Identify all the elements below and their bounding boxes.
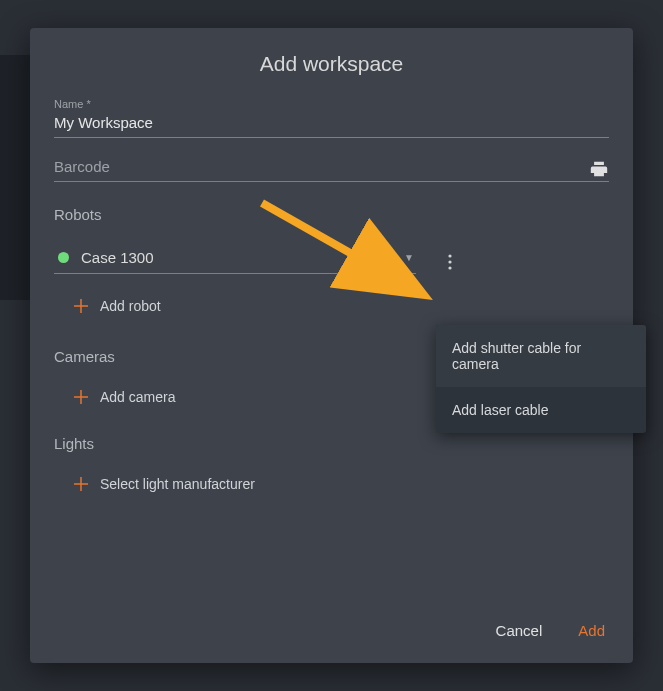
plus-icon [74, 477, 88, 491]
add-camera-label: Add camera [100, 389, 175, 405]
status-online-icon [58, 252, 69, 263]
svg-point-2 [448, 266, 451, 269]
cancel-button[interactable]: Cancel [492, 616, 547, 645]
plus-icon [74, 390, 88, 404]
dialog-actions: Cancel Add [492, 616, 609, 645]
chevron-down-icon: ▼ [404, 252, 414, 263]
background-band [0, 55, 30, 300]
select-light-label: Select light manufacturer [100, 476, 255, 492]
svg-point-0 [448, 254, 451, 257]
robot-selected-value: Case 1300 [81, 249, 404, 266]
robot-context-menu: Add shutter cable for camera Add laser c… [436, 325, 646, 433]
barcode-field [54, 158, 609, 182]
barcode-input[interactable] [54, 158, 579, 175]
dialog-title: Add workspace [54, 52, 609, 76]
robot-row: Case 1300 ▼ [54, 249, 609, 274]
menu-item-add-shutter-cable[interactable]: Add shutter cable for camera [436, 325, 646, 387]
print-icon[interactable] [589, 160, 609, 178]
menu-item-add-laser-cable[interactable]: Add laser cable [436, 387, 646, 433]
add-robot-button[interactable]: Add robot [74, 298, 609, 314]
add-button[interactable]: Add [574, 616, 609, 645]
robots-header: Robots [54, 206, 609, 223]
robot-select[interactable]: Case 1300 ▼ [54, 249, 416, 274]
svg-point-1 [448, 260, 451, 263]
lights-header: Lights [54, 435, 609, 452]
select-light-manufacturer-button[interactable]: Select light manufacturer [74, 476, 609, 492]
name-label: Name * [54, 98, 609, 110]
plus-icon [74, 299, 88, 313]
name-field: Name * [54, 98, 609, 138]
add-robot-label: Add robot [100, 298, 161, 314]
robot-overflow-button[interactable] [438, 250, 462, 274]
name-input[interactable] [54, 114, 609, 131]
